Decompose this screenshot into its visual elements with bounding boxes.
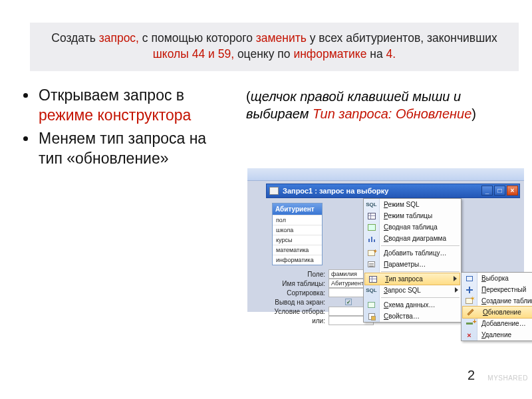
menu-item[interactable]: Добавить таблицу… (364, 247, 461, 259)
grid-icon (366, 211, 376, 220)
grid-label: Поле: (267, 271, 329, 278)
crosstab-icon (464, 285, 474, 294)
menu-item-label: Свойства… (384, 313, 420, 320)
properties-icon (366, 312, 376, 321)
menu-item-label: Режим SQL (384, 201, 420, 208)
menu-item[interactable]: SQLРежим SQL (364, 199, 461, 210)
menu-item-label: Сводная диаграмма (384, 235, 446, 242)
menu-item[interactable]: Сводная диаграмма (364, 233, 461, 244)
update-icon (466, 308, 475, 317)
select-icon (464, 274, 474, 283)
menu-item-label: Сводная таблица (384, 223, 438, 231)
sql-icon: SQL (366, 200, 376, 209)
query-icon (269, 187, 279, 195)
window-title: Запрос1 : запрос на выборку (283, 187, 388, 195)
menu-separator (381, 297, 460, 298)
submenu-item[interactable]: ×Удаление (462, 329, 532, 340)
menu-item-label: Схема данных… (384, 301, 436, 309)
app-screenshot: Запрос1 : запрос на выборку _ □ × Абитур… (247, 168, 524, 345)
submenu-item[interactable]: Добавление… (462, 318, 532, 329)
grid-label: Условие отбора: (267, 308, 329, 315)
menu-item[interactable]: Сводная таблица (364, 221, 461, 233)
bullet-subtext: (щелчок правой клавишей мыши и выбираем … (246, 88, 521, 172)
delete-icon: × (464, 331, 474, 339)
task-header: Создать запрос, с помощью которого замен… (30, 23, 519, 71)
table-header: Абитуриент (273, 203, 322, 215)
table-field[interactable]: школа (273, 225, 322, 235)
pivot-table-icon (366, 223, 376, 231)
close-button[interactable]: × (507, 186, 518, 196)
watermark: MYSHARED (487, 374, 528, 382)
append-icon (464, 319, 474, 328)
maximize-button[interactable]: □ (494, 186, 505, 196)
grid-label: Имя таблицы: (267, 280, 329, 287)
bullet-item: Меняем тип запроса на тип «обновление» (37, 129, 231, 168)
menu-item-label: Удаление (481, 331, 511, 338)
submenu-item[interactable]: Перекрестный (462, 284, 532, 295)
schema-icon (366, 301, 376, 309)
menu-item-label: Добавление… (481, 320, 526, 327)
make-table-icon (464, 297, 474, 305)
submenu-arrow-icon (455, 287, 458, 293)
submenu-item[interactable]: Обновление (462, 306, 532, 319)
grid-label: или: (267, 317, 329, 325)
grid-label: Сортировка: (267, 289, 329, 297)
menu-item[interactable]: Тип запроса (364, 273, 460, 285)
menu-item-label: Обновление (483, 309, 521, 316)
menu-item-label: Добавить таблицу… (384, 249, 446, 257)
submenu-arrow-icon (454, 276, 457, 281)
menu-separator (381, 271, 460, 272)
menu-item-label: Выборка (481, 275, 509, 282)
query-type-icon (368, 275, 378, 283)
menu-item-label: Создание таблицы… (481, 297, 532, 305)
page-number: 2 (467, 368, 475, 383)
sql-query-icon: SQL (366, 286, 376, 295)
table-field[interactable]: математика (273, 245, 322, 255)
menu-item-label: Запрос SQL (384, 287, 421, 294)
grid-label: Вывод на экран: (267, 299, 329, 306)
pivot-chart-icon (366, 234, 376, 243)
minimize-button[interactable]: _ (481, 186, 493, 196)
menu-item[interactable]: Режим таблицы (364, 210, 461, 221)
add-table-icon (366, 249, 376, 257)
bullet-list: Открываем запрос в режиме конструктораМе… (12, 86, 231, 172)
submenu-item[interactable]: Создание таблицы… (462, 295, 532, 307)
query-design-grid: Поле:фамилияИмя таблицы:АбитуриентСортир… (267, 269, 374, 325)
menu-item[interactable]: Параметры… (364, 259, 461, 270)
app-toolbar (247, 168, 524, 181)
menu-separator (381, 245, 460, 246)
context-menu: SQLРежим SQLРежим таблицыСводная таблица… (363, 198, 462, 323)
menu-item[interactable]: Схема данных… (364, 299, 461, 311)
submenu-item[interactable]: Выборка (462, 273, 532, 284)
table-field-list[interactable]: Абитуриент полшколакурсыматематикаинформ… (272, 203, 323, 265)
menu-item[interactable]: SQLЗапрос SQL (364, 285, 461, 296)
query-type-submenu: ВыборкаПерекрестныйСоздание таблицы…Обно… (461, 272, 532, 341)
menu-item-label: Тип запроса (385, 275, 423, 283)
menu-item[interactable]: Свойства… (364, 311, 461, 322)
table-field[interactable]: информатика (273, 255, 322, 265)
params-icon (366, 260, 376, 269)
menu-item-label: Параметры… (384, 261, 426, 268)
table-field[interactable]: курсы (273, 235, 322, 245)
menu-item-label: Режим таблицы (384, 212, 432, 219)
window-titlebar[interactable]: Запрос1 : запрос на выборку _ □ × (266, 184, 520, 198)
checkbox[interactable]: ✓ (345, 299, 352, 305)
table-field[interactable]: пол (273, 215, 322, 225)
menu-item-label: Перекрестный (481, 286, 526, 293)
bullet-item: Открываем запрос в режиме конструктора (37, 86, 231, 125)
